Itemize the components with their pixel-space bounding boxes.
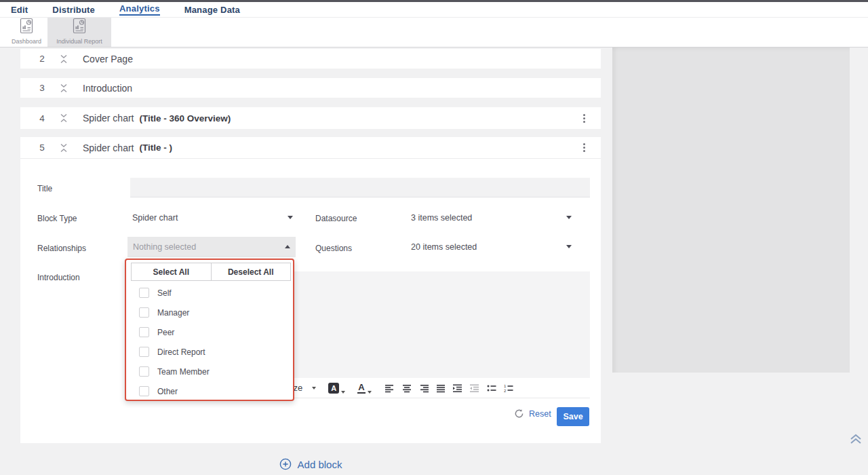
deselect-all-button[interactable]: Deselect All (212, 263, 292, 281)
dropdown-option-self[interactable]: Self (126, 283, 293, 303)
chevron-down-icon (368, 391, 372, 394)
align-left-icon[interactable] (385, 383, 395, 393)
report-doc-icon (72, 18, 87, 37)
dropdown-button-group: Select All Deselect All (131, 263, 291, 281)
chevron-up-icon (285, 245, 290, 248)
chevron-down-icon (566, 216, 572, 219)
block-title: Spider chart (83, 113, 134, 124)
questions-label: Questions (315, 244, 352, 253)
nav-item-edit[interactable]: Edit (11, 5, 28, 15)
chevron-down-icon (288, 216, 293, 219)
block-type-value: Spider chart (132, 213, 178, 223)
option-label: Other (157, 387, 178, 396)
reset-button[interactable]: Reset (514, 408, 551, 419)
title-input[interactable] (130, 178, 590, 197)
ordered-list-icon[interactable]: 12 (504, 383, 513, 393)
block-title: Cover Page (83, 54, 133, 64)
relationships-dropdown-panel: Select All Deselect All Self Manager Pee… (125, 259, 294, 401)
checkbox-icon[interactable] (139, 366, 149, 377)
block-number: 3 (35, 83, 49, 93)
relationships-select[interactable]: Nothing selected (127, 237, 296, 257)
option-label: Self (157, 288, 172, 298)
chevron-down-icon (341, 391, 345, 394)
block-type-select[interactable]: Spider chart (130, 208, 298, 228)
block-subtitle: (Title - 360 Overview) (139, 113, 231, 124)
unordered-list-icon[interactable] (487, 383, 496, 393)
plus-circle-icon (279, 458, 292, 470)
report-preview-panel (612, 48, 850, 373)
block-number: 4 (35, 113, 49, 124)
dropdown-option-direct-report[interactable]: Direct Report (126, 342, 293, 362)
block-number: 2 (35, 54, 49, 64)
block-title: Introduction (83, 83, 132, 94)
select-all-button[interactable]: Select All (131, 263, 212, 281)
checkbox-icon[interactable] (139, 288, 149, 298)
checkbox-icon[interactable] (139, 347, 149, 357)
dropdown-option-other[interactable]: Other (126, 381, 293, 401)
add-block-label: Add block (298, 459, 342, 470)
tab-individual-report[interactable]: Individual Report (47, 18, 111, 47)
tab-dashboard[interactable]: Dashboard (5, 18, 47, 47)
svg-text:1: 1 (504, 384, 507, 388)
datasource-value: 3 items selected (411, 213, 472, 223)
primary-nav: Edit Distribute Analytics Manage Data (0, 2, 868, 18)
background-color-button[interactable]: A (328, 383, 345, 394)
nav-item-analytics[interactable]: Analytics (119, 3, 160, 16)
block-row-introduction[interactable]: 3 Introduction (20, 78, 601, 98)
font-color-icon: A (357, 383, 365, 394)
collapse-icon[interactable] (60, 113, 68, 123)
block-row-spider-chart-4[interactable]: 4 Spider chart (Title - 360 Overview) (20, 107, 601, 129)
nav-item-manage-data[interactable]: Manage Data (184, 5, 240, 15)
background-color-icon: A (328, 383, 339, 394)
tab-individual-report-label: Individual Report (56, 38, 102, 45)
questions-select[interactable]: 20 items selected (409, 237, 577, 257)
introduction-label: Introduction (37, 273, 80, 282)
checkbox-icon[interactable] (139, 327, 149, 337)
datasource-label: Datasource (315, 214, 357, 223)
dropdown-option-peer[interactable]: Peer (126, 322, 293, 342)
block-row-cover-page[interactable]: 2 Cover Page (20, 49, 601, 69)
refresh-icon (514, 408, 524, 419)
kebab-menu-icon[interactable] (579, 113, 589, 124)
questions-value: 20 items selected (411, 242, 477, 252)
relationships-value: Nothing selected (133, 242, 196, 252)
chevron-down-icon (566, 245, 572, 248)
outdent-icon[interactable] (470, 383, 479, 393)
align-right-icon[interactable] (419, 383, 429, 393)
svg-text:2: 2 (504, 389, 507, 393)
chevron-down-icon (312, 387, 316, 390)
block-number: 5 (35, 142, 49, 153)
checkbox-icon[interactable] (139, 307, 149, 318)
reset-label: Reset (529, 409, 551, 419)
block-title: Spider chart (83, 142, 134, 153)
dropdown-option-team-member[interactable]: Team Member (126, 362, 293, 381)
dropdown-option-manager[interactable]: Manager (126, 303, 293, 322)
relationships-label: Relationships (37, 244, 86, 253)
save-button[interactable]: Save (557, 407, 589, 426)
scroll-to-top-icon[interactable] (848, 431, 865, 447)
checkbox-icon[interactable] (139, 386, 149, 396)
block-card-spider-chart-5: 5 Spider chart (Title - ) Title Block Ty… (20, 137, 601, 443)
nav-item-distribute[interactable]: Distribute (52, 5, 95, 15)
datasource-select[interactable]: 3 items selected (409, 208, 577, 228)
option-label: Peer (157, 328, 174, 337)
collapse-icon[interactable] (60, 143, 68, 153)
block-subtitle: (Title - ) (139, 142, 172, 153)
option-label: Direct Report (157, 347, 205, 357)
collapse-icon[interactable] (60, 54, 68, 64)
app-screen: Edit Distribute Analytics Manage Data Da… (0, 0, 868, 475)
add-block-button[interactable]: Add block (20, 455, 601, 474)
report-tab-bar: Dashboard Individual Report (0, 18, 868, 48)
collapse-icon[interactable] (60, 83, 68, 93)
tab-dashboard-label: Dashboard (12, 38, 41, 45)
option-label: Manager (157, 308, 189, 318)
option-label: Team Member (157, 367, 210, 377)
indent-icon[interactable] (453, 383, 462, 393)
align-center-icon[interactable] (402, 383, 412, 393)
block-type-label: Block Type (37, 214, 77, 223)
kebab-menu-icon[interactable] (579, 142, 589, 153)
font-color-button[interactable]: A (357, 383, 371, 394)
align-justify-icon[interactable] (436, 383, 446, 393)
block-row-spider-chart-5[interactable]: 5 Spider chart (Title - ) (20, 137, 601, 159)
report-doc-icon (19, 18, 34, 37)
